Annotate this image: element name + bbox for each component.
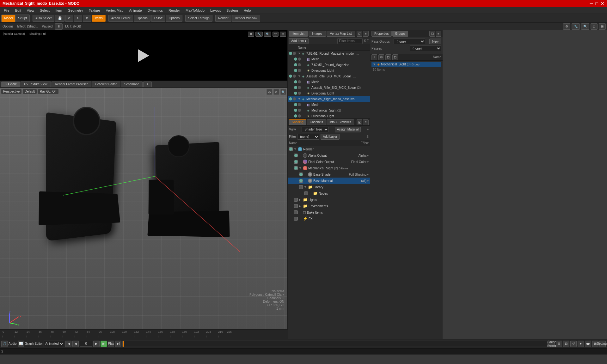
settings-button[interactable]: Settings xyxy=(599,341,606,347)
vis-toggle-mesh1[interactable] xyxy=(294,58,297,61)
vis-toggle-scene1[interactable] xyxy=(289,52,292,55)
menu-help[interactable]: Help xyxy=(241,8,254,13)
lock-toggle-mech1[interactable] xyxy=(298,109,301,112)
toolbar-icon-4[interactable]: ⚙ xyxy=(83,15,91,22)
item-list-content[interactable]: ▼ ◈ 7.62x51_Round_Magazine_modo_base.lxo… xyxy=(288,51,370,118)
item-rifle-1[interactable]: ◈ Assault_Rifle_SIG_MCX_Spear (2) xyxy=(288,85,370,90)
toolbar2-icon-1[interactable]: ⚙ xyxy=(563,23,570,30)
groups-content[interactable]: ▼ ◈ Mechanical_Sight (3) Group 10 Items xyxy=(370,61,443,339)
menu-dynamics[interactable]: Dynamics xyxy=(145,8,165,13)
item-light-1c[interactable]: ☀ Directional Light xyxy=(288,113,370,118)
base-mat-vis[interactable] xyxy=(299,179,303,182)
filter-items-input[interactable] xyxy=(337,38,363,44)
menu-edit[interactable]: Edit xyxy=(13,8,24,13)
rp-icon-5[interactable]: ⊞ xyxy=(280,32,286,37)
bake-vis[interactable] xyxy=(294,211,297,214)
expand-library[interactable]: ▼ xyxy=(304,185,307,189)
playback-icon-2[interactable]: ⊡ xyxy=(563,341,569,347)
shading-expand-icon[interactable]: ◱ xyxy=(357,119,362,125)
add-layer-button[interactable]: Add Layer xyxy=(321,134,340,140)
lock-toggle-scene1[interactable] xyxy=(293,52,296,55)
item-mesh-3[interactable]: ◧ Mesh xyxy=(288,102,370,107)
groups-expand-icon[interactable]: ◱ xyxy=(429,31,435,37)
play-active-button[interactable]: ▶ xyxy=(101,341,107,347)
vis-toggle-mag1[interactable] xyxy=(294,63,297,66)
rp-icon-1[interactable]: ⚙ xyxy=(248,32,254,37)
sh-environments-row[interactable]: ▶ 📁 Environments xyxy=(288,203,370,209)
tab-item-list[interactable]: Item List xyxy=(289,31,308,37)
groups-toggle-2[interactable]: ◻ xyxy=(392,54,398,60)
items-button[interactable]: Items xyxy=(92,15,105,22)
tab-properties[interactable]: Properties xyxy=(371,31,392,37)
toolbar2-icon-2[interactable]: 🔧 xyxy=(572,23,580,30)
tab-3d-view[interactable]: 3D View xyxy=(1,82,20,87)
sh-nodes-row[interactable]: 📁 Nodes xyxy=(288,190,370,197)
timeline-scrubber[interactable] xyxy=(122,341,548,347)
group-expand-icon[interactable]: ▼ xyxy=(373,63,376,66)
mech-mat-vis[interactable] xyxy=(294,167,297,170)
menu-system[interactable]: System xyxy=(224,8,241,13)
tab-groups[interactable]: Groups xyxy=(392,31,408,37)
options-button-1[interactable]: Options xyxy=(134,15,150,22)
lock-toggle-mesh3[interactable] xyxy=(298,103,301,106)
base-shader-vis[interactable] xyxy=(299,173,303,176)
tab-info-statistics[interactable]: Info & Statistics xyxy=(327,119,354,125)
options-button-2[interactable]: Options xyxy=(166,15,182,22)
vis-toggle-scene3[interactable] xyxy=(289,97,292,100)
menu-item[interactable]: Item xyxy=(53,8,64,13)
item-list-menu-icon[interactable]: ≡ xyxy=(363,31,369,37)
playback-icon-1[interactable]: ⊞ xyxy=(556,341,562,347)
toolbar-icon-3[interactable]: ↻ xyxy=(74,15,82,22)
tab-render-preset-browser[interactable]: Render Preset Browser xyxy=(52,82,91,87)
lock-toggle-scene2[interactable] xyxy=(293,75,296,78)
next-frame-button[interactable]: ▶| xyxy=(115,341,121,347)
lights-vis[interactable] xyxy=(294,198,297,201)
alpha-vis[interactable] xyxy=(294,154,297,157)
library-vis[interactable] xyxy=(299,185,303,189)
menu-maxtomodo[interactable]: MaxToModo xyxy=(183,8,207,13)
tab-add[interactable]: + xyxy=(143,82,152,87)
toolbar2-icon-4[interactable]: ◻ xyxy=(591,23,598,30)
command-input[interactable] xyxy=(4,350,606,353)
vis-toggle-light1b[interactable] xyxy=(294,92,297,95)
menu-view[interactable]: View xyxy=(24,8,37,13)
environments-vis[interactable] xyxy=(294,204,297,208)
sh-alpha-row[interactable]: Alpha Output Alpha ▾ xyxy=(288,152,370,159)
render-button[interactable]: Render xyxy=(215,15,231,22)
prev-start-button[interactable]: |◀ xyxy=(65,341,71,347)
pass-groups-dropdown[interactable]: (none) xyxy=(394,39,425,44)
item-scene-3[interactable]: ▼ ◈ Mechanical_Sight_modo_base.lxo xyxy=(288,96,370,102)
maximize-button[interactable]: □ xyxy=(596,1,598,6)
item-mesh-2[interactable]: ◧ Mesh xyxy=(288,79,370,85)
add-item-button[interactable]: Add Item ▾ xyxy=(289,38,309,44)
sh-render-row[interactable]: ▼ Render xyxy=(288,146,370,152)
tab-images[interactable]: Images xyxy=(309,31,326,37)
sculpt-mode-button[interactable]: Sculpt xyxy=(15,15,29,22)
item-light-1b[interactable]: ☀ Directional Light xyxy=(288,90,370,96)
perspective-label[interactable]: Perspective xyxy=(1,89,21,94)
vp-rotate-icon[interactable]: ↺ xyxy=(273,89,279,95)
toolbar-icon-2[interactable]: ↺ xyxy=(65,15,73,22)
item-light-1a[interactable]: ☀ Directional Light xyxy=(288,68,370,73)
play-button[interactable] xyxy=(136,48,152,64)
shading-menu-icon[interactable]: ≡ xyxy=(363,119,369,125)
item-list-expand-icon[interactable]: ◱ xyxy=(357,31,362,37)
vis-toggle-mech1[interactable] xyxy=(294,109,297,112)
rp-icon-2[interactable]: 🔧 xyxy=(255,32,263,37)
vis-toggle-rifle1[interactable] xyxy=(294,86,297,89)
toolbar2-icon-3[interactable]: 🔍 xyxy=(581,23,589,30)
sh-color-row[interactable]: Final Color Output Final Color ▾ xyxy=(288,159,370,165)
lock-toggle-mesh1[interactable] xyxy=(298,58,301,61)
menu-texture[interactable]: Texture xyxy=(86,8,103,13)
toolbar2-icon-5[interactable]: ⊞ xyxy=(599,23,606,30)
default-label[interactable]: Default xyxy=(23,89,37,94)
lock-toggle-light1b[interactable] xyxy=(298,92,301,95)
menu-geometry[interactable]: Geometry xyxy=(65,8,85,13)
vis-toggle-light1a[interactable] xyxy=(294,69,297,72)
tab-schematic[interactable]: Schematic xyxy=(121,82,143,87)
lock-toggle-scene3[interactable] xyxy=(293,97,296,100)
groups-toggle-1[interactable]: ◻ xyxy=(385,54,391,60)
play-label-button[interactable]: Play xyxy=(108,341,114,347)
shader-tree-dropdown[interactable]: Shader Tree xyxy=(302,127,329,132)
tab-shading[interactable]: Shading xyxy=(289,119,306,125)
